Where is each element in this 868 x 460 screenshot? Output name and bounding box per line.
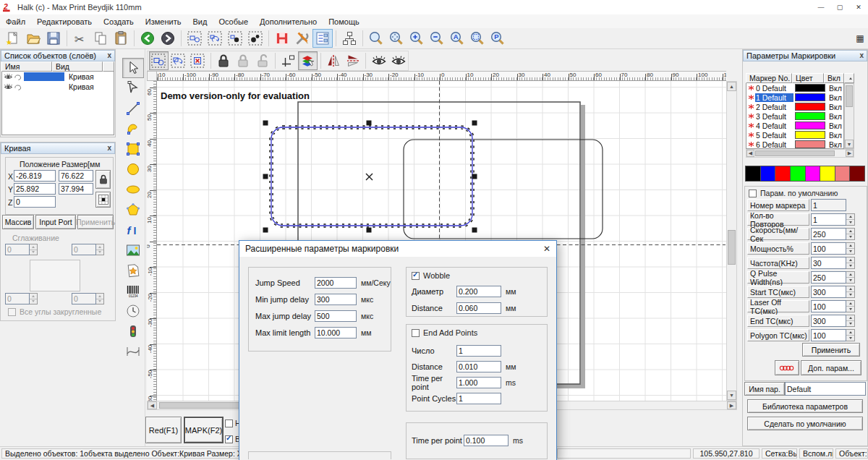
z-position-field[interactable]: 0	[14, 196, 56, 208]
marker-enabled-cell[interactable]: Вкл	[829, 84, 842, 93]
param-field-9[interactable]: 100	[811, 329, 846, 341]
param-field-2[interactable]: 250	[811, 228, 846, 240]
dialog-field-input[interactable]: 0.100	[464, 435, 509, 446]
save-icon[interactable]	[43, 29, 64, 48]
marker-apply-button[interactable]: Применить	[802, 343, 860, 357]
param-field-0[interactable]: 1	[811, 199, 846, 211]
status-grid-toggle[interactable]: Сетка:Вы	[762, 448, 797, 459]
zoom-select-icon[interactable]	[467, 29, 488, 48]
objects-panel-close-icon[interactable]: x	[107, 52, 111, 59]
mark-option-1-checkbox[interactable]	[225, 419, 233, 427]
array-button[interactable]: Массив	[2, 215, 34, 229]
tool-vector-file-icon[interactable]	[122, 260, 144, 281]
pen-color-swatch-4[interactable]	[806, 166, 821, 182]
vscroll-thumb[interactable]	[728, 230, 736, 265]
tool-rectangle-icon[interactable]	[122, 139, 144, 159]
minimize-button[interactable]: —	[812, 0, 830, 14]
smoothing-value[interactable]: 0	[5, 244, 30, 255]
tool-io-signal-icon[interactable]	[122, 321, 144, 341]
marker-enabled-cell[interactable]: Вкл	[829, 103, 842, 111]
marker-enabled-cell[interactable]: Вкл	[829, 140, 842, 149]
param-spinner-2[interactable]	[846, 228, 855, 240]
zoom-all-icon[interactable]: A	[447, 29, 467, 48]
param-spinner-4[interactable]	[846, 257, 855, 269]
tool-delay-icon[interactable]	[122, 301, 144, 321]
spinner-arrows[interactable]	[30, 293, 38, 304]
marker-row-5[interactable]: 5 DefaultВкл	[746, 130, 843, 140]
object-row-0[interactable]: Кривая	[2, 72, 114, 82]
visibility-eye-icon[interactable]	[4, 72, 13, 82]
param-library-button[interactable]: Библиотека параметров	[747, 399, 863, 413]
node-rotate-icon[interactable]	[205, 29, 225, 48]
param-spinner-7[interactable]	[846, 300, 855, 312]
visibility-eye-icon[interactable]	[4, 82, 13, 92]
make-default-button[interactable]: Сделать по умолчанию	[747, 417, 863, 430]
tool-text-icon[interactable]: fI	[122, 220, 144, 240]
dialog-field-input[interactable]: 0.200	[456, 286, 501, 297]
scroll-down-icon[interactable]: ▼	[727, 391, 736, 400]
canvas-vertical-scrollbar[interactable]: ▲ ▼	[726, 81, 737, 401]
smoothing-spinner-2[interactable]: 0	[5, 293, 38, 304]
preview-eye-icon[interactable]	[369, 51, 388, 70]
marker-enabled-cell[interactable]: Вкл	[829, 131, 842, 140]
object-row-1[interactable]: Кривая	[2, 82, 114, 92]
tool-barcode-icon[interactable]: 01234	[122, 281, 144, 301]
param-field-1[interactable]: 1	[811, 213, 846, 226]
marker-table-vscrollbar[interactable]: ▼	[844, 83, 854, 149]
tool-curve-icon[interactable]	[122, 119, 144, 139]
mirror-vertical-icon[interactable]	[324, 51, 344, 70]
selected-curve[interactable]	[271, 127, 472, 226]
tool-line-icon[interactable]	[122, 98, 144, 119]
dialog-field-input[interactable]: 2000	[315, 277, 357, 289]
curve-apply-button[interactable]: Применить	[77, 215, 114, 229]
marker-table-scroll-up-icon[interactable]	[844, 73, 854, 83]
param-field-8[interactable]: 300	[811, 315, 846, 327]
marker-hscroll-left-icon[interactable]: ◀	[746, 150, 754, 157]
marker-label[interactable]: 2 Default	[755, 103, 793, 111]
pen-color-swatch-7[interactable]	[850, 166, 865, 182]
marker-row-0[interactable]: 0 DefaultВкл	[746, 83, 843, 93]
dialog-field-input[interactable]: 1	[456, 345, 501, 357]
zoom-page-icon[interactable]: P	[488, 29, 508, 48]
toolbar-overflow-icon[interactable]: ▦	[854, 30, 867, 46]
open-folder-icon[interactable]	[23, 29, 43, 48]
marker-no-column-header[interactable]: Маркер No.	[746, 73, 792, 83]
tool-motion-icon[interactable]	[122, 341, 144, 362]
smoothing-spinner-3[interactable]: 0	[72, 293, 104, 304]
mark-list-icon[interactable]	[312, 29, 333, 48]
marker-enabled-cell[interactable]: Вкл	[829, 112, 842, 121]
undo-icon[interactable]	[137, 29, 158, 48]
menu-файл[interactable]: Файл	[0, 16, 31, 27]
smoothing-spinner-0[interactable]: 0	[5, 244, 38, 255]
x-position-field[interactable]: -26.819	[14, 170, 56, 182]
marker-color-swatch[interactable]	[795, 122, 825, 129]
scroll-left-icon[interactable]: ◀	[148, 401, 157, 409]
status-aux-toggle[interactable]: Вспом.ли	[799, 448, 833, 459]
marker-table-vthumb[interactable]	[846, 85, 853, 107]
zoom-pan-icon[interactable]	[386, 29, 407, 48]
param-spinner-5[interactable]	[846, 271, 855, 284]
dialog-close-icon[interactable]: ✕	[543, 244, 550, 254]
smoothing-value[interactable]: 0	[72, 244, 96, 255]
marker-enabled-cell[interactable]: Вкл	[829, 122, 842, 130]
dialog-field-input[interactable]: 0.060	[456, 302, 501, 314]
pen-color-swatch-5[interactable]	[820, 166, 835, 182]
dialog-field-input[interactable]: 300	[315, 294, 357, 305]
marker-row-3[interactable]: 3 DefaultВкл	[746, 111, 843, 121]
marker-row-1[interactable]: 1 DefaultВкл	[746, 93, 843, 102]
pen-color-swatch-2[interactable]	[775, 166, 791, 182]
dialog-field-input[interactable]: 500	[315, 310, 357, 322]
param-spinner-6[interactable]	[846, 286, 855, 298]
aspect-lock-button[interactable]	[95, 170, 111, 189]
marker-label[interactable]: 3 Default	[755, 112, 793, 121]
enabled-column-header[interactable]: Вкл	[824, 73, 844, 83]
scroll-up-icon[interactable]: ▲	[727, 82, 736, 91]
set-origin-icon[interactable]	[278, 51, 298, 70]
wobble-rings-button[interactable]	[775, 360, 799, 375]
lock-dark-icon[interactable]	[213, 51, 233, 70]
dialog-field-input[interactable]: 10.000	[315, 327, 357, 338]
menu-особые[interactable]: Особые	[213, 16, 254, 27]
new-file-icon[interactable]: ★	[3, 29, 23, 48]
dialog-field-input[interactable]: 1.000	[456, 377, 501, 388]
hatch-icon[interactable]	[272, 29, 292, 48]
